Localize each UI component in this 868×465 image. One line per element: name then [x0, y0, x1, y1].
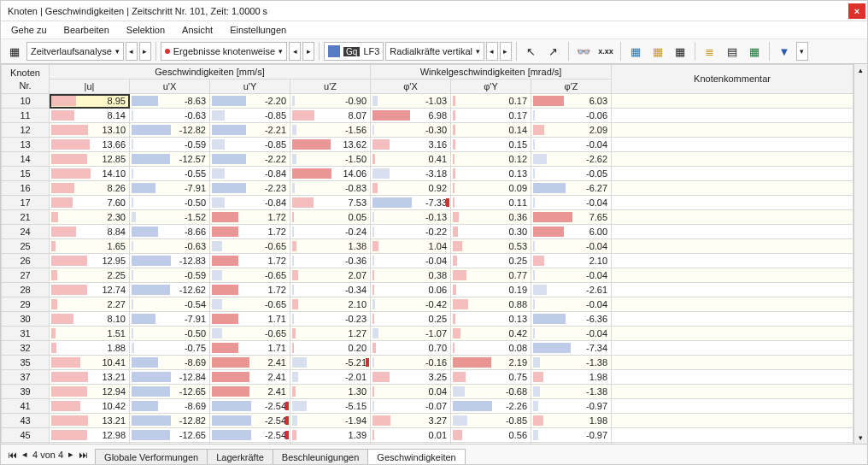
cell-comment[interactable] [612, 109, 853, 123]
cell-comment[interactable] [612, 196, 853, 210]
cell[interactable]: 7.57 [531, 443, 612, 444]
row-node-id[interactable]: 45 [2, 428, 50, 443]
cell[interactable]: 0.00 [290, 443, 371, 444]
menu-item[interactable]: Bearbeiten [64, 25, 109, 35]
row-node-id[interactable]: 29 [2, 297, 50, 312]
cell[interactable]: -0.02 [371, 443, 451, 444]
cell[interactable]: 0.53 [451, 239, 531, 254]
page-prev[interactable]: ◂ [22, 449, 27, 460]
cell[interactable]: -0.24 [290, 225, 371, 239]
cell[interactable]: -0.90 [290, 94, 371, 109]
cell[interactable]: -0.42 [371, 297, 451, 312]
results-prev[interactable]: ◂ [289, 42, 301, 61]
cell[interactable]: 2.09 [531, 123, 612, 138]
cell[interactable]: 1.86 [50, 443, 130, 444]
table-row[interactable]: 4313.21-12.82-2.54-1.943.27-0.851.98 [2, 414, 853, 428]
column-header[interactable]: φ'X [371, 79, 451, 94]
cell[interactable]: -12.57 [130, 152, 210, 167]
cell[interactable]: 2.41 [210, 385, 290, 399]
cell-comment[interactable] [612, 225, 853, 239]
cell[interactable]: 0.41 [371, 152, 451, 167]
cell[interactable]: -0.13 [371, 210, 451, 225]
cell[interactable]: -0.04 [531, 239, 612, 254]
cell[interactable]: -8.69 [130, 399, 210, 414]
cell[interactable]: 6.98 [371, 109, 451, 123]
row-node-id[interactable]: 27 [2, 268, 50, 283]
cell[interactable]: 1.27 [290, 327, 371, 341]
cell[interactable]: 0.14 [451, 123, 531, 138]
cell[interactable]: 10.42 [50, 399, 130, 414]
cell[interactable]: -0.04 [531, 196, 612, 210]
table-row[interactable]: 2812.74-12.621.72-0.340.060.19-2.61 [2, 283, 853, 297]
cell-comment[interactable] [612, 399, 853, 414]
table-icon[interactable]: ▦ [4, 42, 25, 61]
cell[interactable]: -1.94 [290, 414, 371, 428]
cell[interactable]: 0.04 [371, 385, 451, 399]
cell[interactable]: 2.10 [290, 297, 371, 312]
table-row[interactable]: 272.25-0.59-0.652.070.380.77-0.04 [2, 268, 853, 283]
cell[interactable]: 0.17 [451, 94, 531, 109]
cell[interactable]: 0.15 [451, 138, 531, 152]
table-row[interactable]: 177.60-0.50-0.847.53-7.330.11-0.04 [2, 196, 853, 210]
row-node-id[interactable]: 11 [2, 109, 50, 123]
grid3-icon[interactable]: ▦ [670, 42, 690, 61]
col-comment[interactable]: Knotenkommentar [612, 65, 853, 94]
cell[interactable]: -0.63 [130, 239, 210, 254]
row-node-id[interactable]: 25 [2, 239, 50, 254]
cell[interactable]: -0.04 [531, 297, 612, 312]
cell[interactable]: -2.54 [210, 414, 290, 428]
cell[interactable]: -0.30 [371, 123, 451, 138]
cell[interactable]: -1.07 [371, 327, 451, 341]
footer-tab[interactable]: Beschleunigungen [273, 449, 369, 465]
cell[interactable]: -1.62 [130, 443, 210, 444]
cell[interactable]: -1.38 [531, 385, 612, 399]
cell[interactable]: 14.06 [290, 167, 371, 181]
data-grid[interactable]: Knoten Nr. Geschwindigkeiten [mm/s] Wink… [1, 64, 853, 444]
cell[interactable]: 1.30 [290, 385, 371, 399]
table-row[interactable]: 118.14-0.63-0.858.076.980.17-0.06 [2, 109, 853, 123]
cell[interactable]: 0.09 [451, 181, 531, 196]
menu-item[interactable]: Selektion [126, 25, 165, 35]
cell[interactable]: 13.62 [290, 138, 371, 152]
row-node-id[interactable]: 35 [2, 356, 50, 370]
row-node-id[interactable]: 31 [2, 327, 50, 341]
cell[interactable]: -0.04 [531, 327, 612, 341]
cell[interactable]: -1.38 [531, 356, 612, 370]
cell[interactable]: 0.38 [371, 268, 451, 283]
row-node-id[interactable]: 16 [2, 181, 50, 196]
cell[interactable]: -0.16 [371, 356, 451, 370]
footer-tab[interactable]: Lagerkräfte [207, 449, 273, 465]
cell[interactable]: -0.54 [130, 297, 210, 312]
cell[interactable]: -8.63 [130, 94, 210, 109]
row-node-id[interactable]: 12 [2, 123, 50, 138]
cell[interactable]: -0.06 [531, 109, 612, 123]
menu-item[interactable]: Einstellungen [230, 25, 286, 35]
footer-tab[interactable]: Globale Verformungen [95, 449, 208, 465]
column-header[interactable]: u'Z [290, 79, 371, 94]
table-row[interactable]: 321.88-0.751.710.200.700.08-7.34 [2, 341, 853, 356]
excel-icon[interactable]: ▦ [744, 42, 765, 61]
cell[interactable]: 0.92 [371, 181, 451, 196]
row-node-id[interactable]: 37 [2, 370, 50, 385]
cell[interactable]: 1.71 [210, 312, 290, 327]
cell[interactable]: -5.21 [290, 356, 371, 370]
cell-comment[interactable] [612, 167, 853, 181]
cell[interactable]: -0.55 [130, 167, 210, 181]
cell[interactable]: -8.66 [130, 225, 210, 239]
colgroup-speed[interactable]: Geschwindigkeiten [mm/s] [50, 65, 371, 79]
cell[interactable]: -12.83 [130, 254, 210, 268]
cell[interactable]: 1.72 [210, 254, 290, 268]
cell[interactable]: 14.10 [50, 167, 130, 181]
cell[interactable]: -0.23 [290, 312, 371, 327]
select-arrow2-icon[interactable]: ↗ [543, 42, 564, 61]
cell[interactable]: 2.41 [210, 356, 290, 370]
column-header[interactable]: φ'Y [451, 79, 531, 94]
cell-comment[interactable] [612, 210, 853, 225]
cell[interactable]: 12.85 [50, 152, 130, 167]
cell[interactable]: -0.63 [130, 109, 210, 123]
cell-comment[interactable] [612, 268, 853, 283]
scroll-down-icon[interactable]: ▾ [859, 433, 863, 442]
cell[interactable]: 0.36 [451, 210, 531, 225]
table-row[interactable]: 3713.21-12.842.41-2.013.250.751.98 [2, 370, 853, 385]
cell[interactable]: 0.31 [451, 443, 531, 444]
